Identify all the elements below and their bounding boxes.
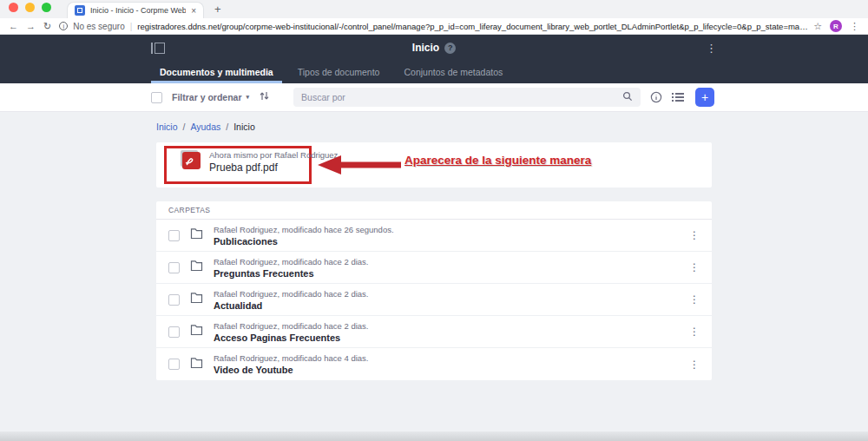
folder-icon	[190, 292, 203, 307]
folder-meta: Rafael Rodriguez, modificado hace 2 dias…	[214, 321, 369, 331]
folder-name[interactable]: Preguntas Frecuentes	[214, 268, 369, 279]
row-checkbox[interactable]	[168, 326, 180, 338]
page-title: Inicio	[412, 42, 439, 54]
folder-meta: Rafael Rodriguez, modificado hace 2 dias…	[214, 289, 369, 299]
main-content: Inicio / Ayudas / Inicio Ahora mismo por…	[156, 122, 712, 380]
profile-avatar[interactable]: R	[830, 20, 842, 32]
security-label: No es seguro	[73, 22, 124, 31]
tab-title: Inicio - Inicio - Corpme Web Inst...	[90, 6, 186, 15]
page-url: registradores.ddns.net/group/corpme-web-…	[137, 22, 808, 31]
folder-meta: Rafael Rodriguez, modificado hace 2 dias…	[214, 257, 369, 267]
select-all-checkbox[interactable]	[151, 92, 162, 103]
document-entry[interactable]: Ahora mismo por Rafael Rodriguez Prueba …	[179, 150, 338, 174]
portlet-tab-bar: Documentos y multimedia Tipos de documen…	[0, 61, 868, 83]
sort-order-icon[interactable]	[259, 89, 270, 105]
row-actions-icon[interactable]: ⋮	[689, 261, 700, 273]
folder-row-video-de-youtube[interactable]: Rafael Rodriguez, modificado hace 4 dias…	[156, 348, 712, 380]
screen: Inicio - Inicio - Corpme Web Inst... × +…	[0, 0, 868, 441]
row-checkbox[interactable]	[168, 230, 180, 241]
folders-list: CARPETAS Rafael Rodriguez, modificado ha…	[156, 201, 712, 380]
folder-name[interactable]: Video de Youtube	[214, 365, 369, 375]
back-icon[interactable]: ←	[9, 22, 18, 31]
bookmark-star-icon[interactable]: ☆	[813, 21, 822, 32]
new-tab-button[interactable]: +	[214, 3, 221, 18]
folder-icon	[190, 357, 203, 372]
row-checkbox[interactable]	[168, 359, 180, 370]
breadcrumb-inicio[interactable]: Inicio	[156, 122, 178, 132]
folder-icon	[190, 324, 203, 339]
chevron-down-icon: ▾	[247, 94, 250, 101]
browser-tab[interactable]: Inicio - Inicio - Corpme Web Inst... ×	[67, 2, 204, 18]
search-input[interactable]	[301, 92, 622, 102]
row-checkbox[interactable]	[168, 262, 180, 273]
filter-dropdown[interactable]: Filtrar y ordenar ▾	[172, 92, 249, 102]
browser-toolbar: ← → ↻ i No es seguro | registradores.ddn…	[0, 18, 868, 34]
row-actions-icon[interactable]: ⋮	[689, 326, 700, 338]
close-window-button[interactable]	[9, 3, 18, 12]
folder-icon	[190, 260, 203, 275]
breadcrumb-separator: /	[226, 122, 228, 132]
site-favicon	[75, 5, 85, 16]
tab-label: Documentos y multimedia	[160, 67, 273, 77]
display-style-list-icon[interactable]	[672, 92, 684, 102]
forward-icon[interactable]: →	[26, 22, 36, 31]
tab-documentos-y-multimedia[interactable]: Documentos y multimedia	[151, 61, 282, 83]
reload-icon[interactable]: ↻	[43, 22, 51, 31]
row-actions-icon[interactable]: ⋮	[689, 293, 700, 306]
chrome-menu-icon[interactable]: ⋮	[850, 21, 859, 32]
info-icon[interactable]	[650, 91, 662, 103]
tab-tipos-de-documento[interactable]: Tipos de documento	[289, 61, 389, 83]
search-field-wrap	[293, 88, 641, 107]
tab-strip: Inicio - Inicio - Corpme Web Inst... × +	[0, 0, 868, 18]
row-checkbox[interactable]	[168, 294, 180, 306]
annotation-text: Aparecera de la siguiente manera	[404, 154, 591, 167]
add-button[interactable]: +	[695, 88, 714, 107]
folder-meta: Rafael Rodriguez, modificado hace 4 dias…	[214, 353, 369, 363]
tab-label: Tipos de documento	[298, 67, 380, 77]
breadcrumb-current: Inicio	[233, 122, 255, 132]
row-actions-icon[interactable]: ⋮	[689, 229, 700, 241]
window-controls	[9, 0, 51, 18]
folder-name[interactable]: Actualidad	[214, 300, 369, 311]
row-actions-icon[interactable]: ⋮	[689, 359, 700, 371]
tab-conjuntos-de-metadatos[interactable]: Conjuntos de metadatos	[395, 61, 511, 83]
search-icon[interactable]	[622, 89, 633, 105]
folder-row-actualidad[interactable]: Rafael Rodriguez, modificado hace 2 dias…	[156, 284, 712, 316]
folder-row-publicaciones[interactable]: Rafael Rodriguez, modificado hace 26 seg…	[156, 220, 712, 252]
folder-name[interactable]: Acceso Paginas Frecuentes	[214, 332, 369, 343]
window-bottom-edge	[0, 431, 868, 441]
breadcrumb: Inicio / Ayudas / Inicio	[156, 122, 712, 132]
address-bar[interactable]: i No es seguro | registradores.ddns.net/…	[59, 21, 822, 32]
control-menu: Inicio ? ⋮ Documentos y multimedia Tipos…	[0, 35, 868, 83]
folder-row-acceso-paginas-frecuentes[interactable]: Rafael Rodriguez, modificado hace 2 dias…	[156, 316, 712, 348]
document-card: Ahora mismo por Rafael Rodriguez Prueba …	[156, 142, 712, 188]
minimize-window-button[interactable]	[25, 3, 35, 12]
help-icon[interactable]: ?	[444, 43, 456, 54]
pdf-file-icon	[179, 150, 201, 174]
omnibox-divider: |	[130, 22, 133, 31]
site-info-icon[interactable]: i	[59, 22, 68, 30]
fullscreen-window-button[interactable]	[42, 3, 51, 12]
folder-name[interactable]: Publicaciones	[214, 236, 394, 247]
tab-label: Conjuntos de metadatos	[404, 67, 503, 77]
management-toolbar: Filtrar y ordenar ▾	[0, 83, 868, 112]
folder-meta: Rafael Rodriguez, modificado hace 26 seg…	[214, 225, 394, 234]
folders-section-header: CARPETAS	[156, 201, 712, 220]
tab-close-icon[interactable]: ×	[191, 6, 196, 16]
browser-chrome: Inicio - Inicio - Corpme Web Inst... × +…	[0, 0, 868, 35]
folder-icon	[190, 227, 203, 243]
annotation-arrow-icon	[318, 155, 401, 175]
breadcrumb-ayudas[interactable]: Ayudas	[190, 122, 220, 132]
active-tab-underline	[151, 81, 282, 83]
breadcrumb-separator: /	[183, 122, 186, 132]
folder-row-preguntas-frecuentes[interactable]: Rafael Rodriguez, modificado hace 2 dias…	[156, 252, 712, 284]
filter-label: Filtrar y ordenar	[172, 92, 242, 102]
